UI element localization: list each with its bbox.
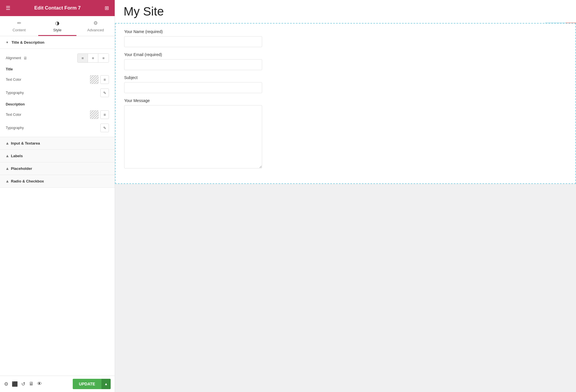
contact-form: Your Name (required) Your Email (require… <box>115 23 576 184</box>
update-button[interactable]: UPDATE <box>73 379 102 389</box>
update-dropdown-button[interactable]: ▲ <box>101 379 111 389</box>
title-text-color-row: Text Color ≡ <box>6 75 109 84</box>
form-input-email[interactable] <box>124 59 262 70</box>
description-subsection-label: Description <box>6 102 109 106</box>
desc-typography-btn[interactable]: ✎ <box>100 124 109 132</box>
form-input-name[interactable] <box>124 36 262 47</box>
responsive-icon[interactable]: 🖥 <box>29 381 34 387</box>
alignment-label: Alignment 🖥 <box>6 56 27 60</box>
desc-global-color-btn[interactable]: ≡ <box>100 110 109 119</box>
radio-section-arrow: ▶ <box>5 180 9 182</box>
align-center-btn[interactable]: ≡ <box>88 54 98 62</box>
title-subsection-label: Title <box>6 67 109 71</box>
form-group-email: Your Email (required) <box>124 52 567 70</box>
tab-content[interactable]: ✏ Content <box>0 16 38 36</box>
desc-text-color-label: Text Color <box>6 113 21 117</box>
tab-style[interactable]: ◑ Style <box>38 16 76 36</box>
align-left-btn[interactable]: ≡ <box>78 54 88 62</box>
title-global-color-btn[interactable]: ≡ <box>100 75 109 84</box>
settings-icon[interactable]: ⚙ <box>4 381 8 387</box>
sidebar-header: ☰ Edit Contact Form 7 ⊞ <box>0 0 115 16</box>
site-header: My Site <box>115 0 576 23</box>
hamburger-icon[interactable]: ☰ <box>6 5 10 11</box>
history-icon[interactable]: ↺ <box>21 381 25 387</box>
align-right-btn[interactable]: ≡ <box>98 54 109 62</box>
layers-icon[interactable]: ⬛ <box>12 381 18 387</box>
section-title-description-body: Alignment 🖥 ≡ ≡ ≡ Title Text Color ≡ <box>0 49 115 137</box>
preview-icon[interactable]: 👁 <box>37 381 42 387</box>
section-input-textarea[interactable]: ▶ Input & Textarea <box>0 137 115 150</box>
grid-icon[interactable]: ⊞ <box>105 5 109 11</box>
desc-typography-row: Typography ✎ <box>6 124 109 132</box>
sidebar-title: Edit Contact Form 7 <box>34 5 81 11</box>
input-section-label: Input & Textarea <box>11 141 40 145</box>
title-typography-btn[interactable]: ✎ <box>100 89 109 97</box>
labels-section-label: Labels <box>11 154 23 158</box>
section-radio-checkbox[interactable]: ▶ Radio & Checkbox <box>0 175 115 188</box>
advanced-tab-label: Advanced <box>87 28 104 32</box>
monitor-icon: 🖥 <box>23 56 27 60</box>
advanced-tab-icon: ⚙ <box>93 20 98 26</box>
form-label-subject: Subject <box>124 75 567 80</box>
title-text-color-label: Text Color <box>6 78 21 82</box>
radio-section-label: Radio & Checkbox <box>11 179 44 183</box>
style-tab-label: Style <box>53 28 62 32</box>
alignment-group: ≡ ≡ ≡ <box>77 53 109 63</box>
title-color-controls: ≡ <box>90 75 109 84</box>
sidebar: ☰ Edit Contact Form 7 ⊞ ✏ Content ◑ Styl… <box>0 0 115 392</box>
form-group-message: Your Message <box>124 98 567 170</box>
section-labels[interactable]: ▶ Labels <box>0 150 115 162</box>
form-input-subject[interactable] <box>124 82 262 93</box>
desc-typography-label: Typography <box>6 126 24 130</box>
main-content: My Site + ⠿ ✕ ‹ ⊞ Your Name (required) Y… <box>115 0 576 392</box>
section-arrow: ▼ <box>6 41 9 44</box>
content-tab-icon: ✏ <box>17 20 21 26</box>
desc-color-controls: ≡ <box>90 110 109 119</box>
sidebar-bottom: ⚙ ⬛ ↺ 🖥 👁 UPDATE ▲ <box>0 376 115 392</box>
labels-section-arrow: ▶ <box>5 155 9 157</box>
form-label-email: Your Email (required) <box>124 52 567 57</box>
form-group-subject: Subject <box>124 75 567 93</box>
placeholder-section-label: Placeholder <box>11 166 32 171</box>
style-tab-icon: ◑ <box>55 20 59 26</box>
tab-advanced[interactable]: ⚙ Advanced <box>76 16 115 36</box>
sidebar-tabs: ✏ Content ◑ Style ⚙ Advanced <box>0 16 115 36</box>
form-label-message: Your Message <box>124 98 567 103</box>
alignment-row: Alignment 🖥 ≡ ≡ ≡ <box>6 53 109 63</box>
section-title-label: Title & Description <box>11 40 45 45</box>
form-group-name: Your Name (required) <box>124 29 567 47</box>
title-color-swatch[interactable] <box>90 75 99 84</box>
update-btn-group: UPDATE ▲ <box>73 379 111 389</box>
title-typography-label: Typography <box>6 91 24 95</box>
section-title-description-header[interactable]: ▼ Title & Description <box>0 36 115 49</box>
desc-color-swatch[interactable] <box>90 110 99 119</box>
site-title: My Site <box>124 5 567 18</box>
placeholder-section-arrow: ▶ <box>5 168 9 170</box>
form-widget-wrapper: + ⠿ ✕ ‹ ⊞ Your Name (required) Your Emai… <box>115 23 576 184</box>
input-section-arrow: ▶ <box>5 142 9 145</box>
form-label-name: Your Name (required) <box>124 29 567 34</box>
desc-text-color-row: Text Color ≡ <box>6 110 109 119</box>
form-textarea-message[interactable] <box>124 105 262 168</box>
section-placeholder[interactable]: ▶ Placeholder <box>0 162 115 175</box>
sidebar-content: ▼ Title & Description Alignment 🖥 ≡ ≡ ≡ … <box>0 36 115 376</box>
title-typography-row: Typography ✎ <box>6 89 109 97</box>
content-tab-label: Content <box>13 28 26 32</box>
